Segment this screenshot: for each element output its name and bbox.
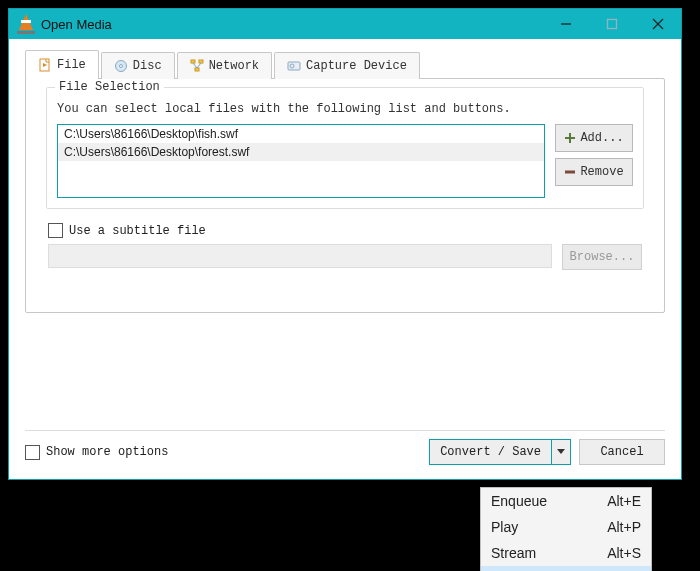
browse-button-label: Browse...: [570, 250, 635, 264]
tab-network[interactable]: Network: [177, 52, 272, 79]
convert-save-dropdown-toggle[interactable]: [551, 440, 570, 464]
maximize-button[interactable]: [589, 9, 635, 39]
window-title: Open Media: [41, 17, 543, 32]
subtitle-checkbox[interactable]: [48, 223, 63, 238]
menu-item[interactable]: ConvertAlt+O: [481, 566, 651, 571]
svg-point-7: [119, 65, 122, 68]
file-icon: [38, 58, 52, 72]
separator: [25, 430, 665, 431]
menu-item-shortcut: Alt+P: [607, 519, 641, 535]
add-button[interactable]: Add...: [555, 124, 633, 152]
close-button[interactable]: [635, 9, 681, 39]
menu-item-shortcut: Alt+E: [607, 493, 641, 509]
plus-icon: [564, 132, 576, 144]
tabstrip: File Disc Network Capture Device: [25, 51, 665, 79]
open-media-window: Open Media File Disc Network: [8, 8, 682, 480]
client-area: File Disc Network Capture Device File Se…: [9, 39, 681, 479]
tab-capture[interactable]: Capture Device: [274, 52, 420, 79]
tab-file[interactable]: File: [25, 50, 99, 79]
file-selection-legend: File Selection: [55, 80, 164, 94]
file-selection-description: You can select local files with the foll…: [57, 102, 633, 116]
svg-line-11: [193, 63, 197, 68]
tab-disc[interactable]: Disc: [101, 52, 175, 79]
svg-rect-1: [608, 20, 617, 29]
file-list-buttons: Add... Remove: [555, 124, 633, 186]
menu-item-label: Enqueue: [491, 493, 607, 509]
browse-button: Browse...: [562, 244, 642, 270]
footer: Show more options Convert / Save Cancel: [25, 430, 665, 465]
cancel-button-label: Cancel: [600, 445, 643, 459]
menu-item-shortcut: Alt+S: [607, 545, 641, 561]
file-list[interactable]: C:\Users\86166\Desktop\fish.swfC:\Users\…: [57, 124, 545, 198]
remove-button-label: Remove: [580, 165, 623, 179]
capture-icon: [287, 59, 301, 73]
show-more-options-row: Show more options: [25, 445, 168, 460]
menu-item[interactable]: StreamAlt+S: [481, 540, 651, 566]
tab-capture-label: Capture Device: [306, 59, 407, 73]
show-more-options-checkbox[interactable]: [25, 445, 40, 460]
file-selection-group: File Selection You can select local file…: [46, 87, 644, 209]
menu-item-label: Stream: [491, 545, 607, 561]
tab-panel-file: File Selection You can select local file…: [25, 78, 665, 313]
svg-marker-18: [557, 449, 565, 454]
cancel-button[interactable]: Cancel: [579, 439, 665, 465]
tab-file-label: File: [57, 58, 86, 72]
disc-icon: [114, 59, 128, 73]
caret-down-icon: [557, 449, 565, 455]
show-more-options-label: Show more options: [46, 445, 168, 459]
convert-save-menu[interactable]: EnqueueAlt+EPlayAlt+PStreamAlt+SConvertA…: [480, 487, 652, 571]
list-item[interactable]: C:\Users\86166\Desktop\forest.swf: [58, 143, 544, 161]
minus-icon: [564, 166, 576, 178]
remove-button[interactable]: Remove: [555, 158, 633, 186]
subtitle-row: Use a subtitle file: [48, 223, 642, 238]
svg-rect-8: [191, 60, 195, 63]
convert-save-button[interactable]: Convert / Save: [429, 439, 571, 465]
network-icon: [190, 59, 204, 73]
svg-rect-9: [199, 60, 203, 63]
subtitle-checkbox-label: Use a subtitle file: [69, 224, 206, 238]
add-button-label: Add...: [580, 131, 623, 145]
minimize-button[interactable]: [543, 9, 589, 39]
list-item[interactable]: C:\Users\86166\Desktop\fish.swf: [58, 125, 544, 143]
svg-line-12: [197, 63, 201, 68]
titlebar[interactable]: Open Media: [9, 9, 681, 39]
tab-disc-label: Disc: [133, 59, 162, 73]
vlc-icon: [17, 14, 35, 34]
menu-item-label: Play: [491, 519, 607, 535]
convert-save-label: Convert / Save: [430, 440, 551, 464]
svg-rect-10: [195, 68, 199, 71]
tab-network-label: Network: [209, 59, 259, 73]
menu-item[interactable]: EnqueueAlt+E: [481, 488, 651, 514]
menu-item[interactable]: PlayAlt+P: [481, 514, 651, 540]
subtitle-path-input: [48, 244, 552, 268]
